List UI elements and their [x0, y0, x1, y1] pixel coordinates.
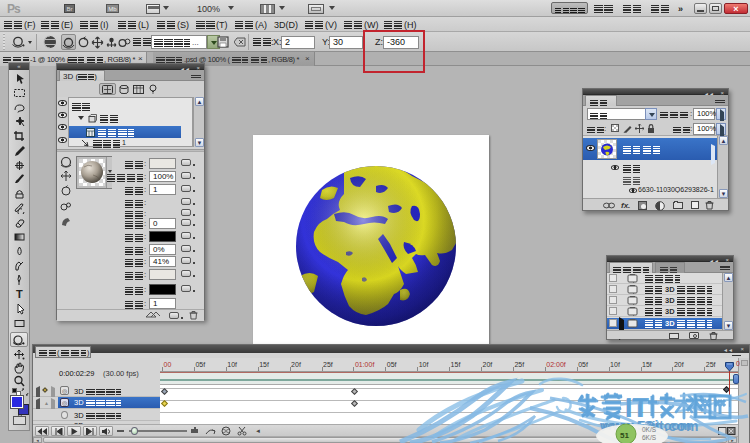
svg-text:0K/S: 0K/S	[642, 426, 657, 433]
svg-text:51: 51	[620, 431, 629, 440]
svg-text:T: T	[16, 288, 23, 300]
svg-text:6K/S: 6K/S	[642, 434, 657, 441]
